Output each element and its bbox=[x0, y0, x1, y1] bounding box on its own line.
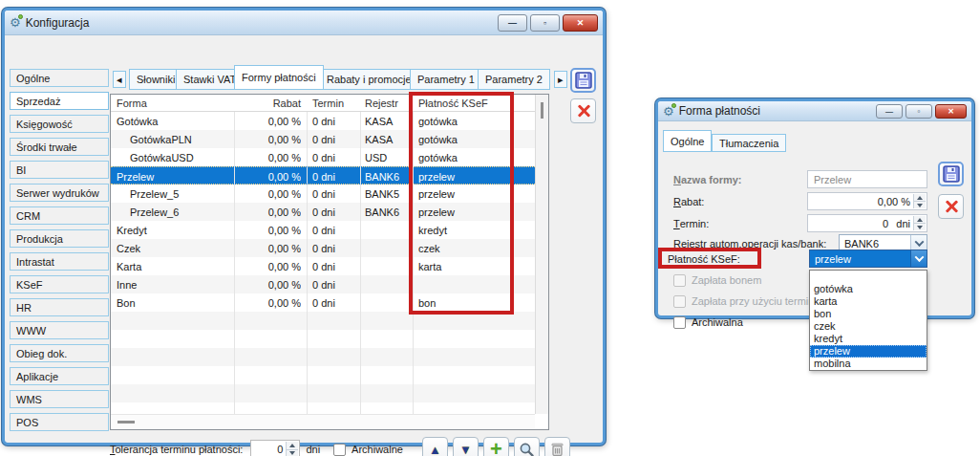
col-header-rabat[interactable]: Rabat bbox=[234, 95, 301, 112]
sidebar-item-ksef[interactable]: KSeF bbox=[10, 275, 109, 293]
cancel-button[interactable] bbox=[570, 98, 596, 123]
table-row-bon[interactable]: Bon 0,00 % 0 dni bon bbox=[111, 293, 535, 312]
cell-rejestr: USD bbox=[365, 148, 411, 166]
table-row-inne[interactable]: Inne 0,00 % 0 dni bbox=[111, 275, 535, 293]
col-header-platnosc-ksef[interactable]: Płatność KSeF bbox=[418, 95, 488, 112]
sidebar-item-ogolne[interactable]: Ogólne bbox=[10, 69, 109, 87]
tab-ogolne[interactable]: Ogólne bbox=[663, 130, 712, 152]
dropdown-option-empty[interactable] bbox=[810, 271, 927, 283]
sidebar-item-ksiegowosc[interactable]: Księgowość bbox=[10, 115, 109, 133]
table-row-gotowka-usd[interactable]: GotówkaUSD 0,00 % 0 dni USD gotówka bbox=[111, 148, 535, 166]
dropdown-option-karta[interactable]: karta bbox=[810, 295, 927, 308]
table-header[interactable]: Forma Rabat Termin Rejestr Płatność KSeF bbox=[111, 95, 535, 112]
expand-all-button[interactable]: ▼ bbox=[453, 437, 479, 456]
dropdown-option-mobilna[interactable]: mobilna bbox=[810, 358, 927, 370]
termin-spinner[interactable] bbox=[913, 216, 926, 230]
vertical-scrollbar-thumb[interactable] bbox=[541, 102, 543, 119]
horizontal-scrollbar[interactable] bbox=[111, 414, 535, 429]
ksef-combobox[interactable]: przelew bbox=[809, 250, 927, 268]
tab-formy-platnosci[interactable]: Formy płatności bbox=[234, 65, 324, 90]
dropdown-option-czek[interactable]: czek bbox=[810, 320, 927, 333]
tab-scroll-right-button[interactable]: ▸ bbox=[554, 71, 567, 88]
sidebar-item-hr[interactable]: HR bbox=[10, 298, 109, 316]
close-button[interactable]: ✕ bbox=[935, 104, 967, 119]
cell-ksef: przelew bbox=[418, 203, 531, 221]
table-row-karta[interactable]: Karta 0,00 % 0 dni karta bbox=[111, 257, 535, 275]
tab-parametry-1[interactable]: Parametry 1 bbox=[410, 69, 482, 90]
cancel-button[interactable] bbox=[938, 194, 964, 219]
floppy-icon bbox=[575, 72, 592, 89]
edit-button[interactable] bbox=[514, 437, 540, 456]
table-row-przelew-selected[interactable]: Przelew 0,00 % 0 dni BANK6 przelew bbox=[111, 166, 535, 185]
konfiguracja-title-bar[interactable]: ⚙ Konfiguracja — ▫ ✕ bbox=[5, 11, 603, 35]
sidebar-item-sprzedaz[interactable]: Sprzedaż bbox=[10, 92, 109, 110]
tab-scroll-left-button[interactable]: ◂ bbox=[113, 71, 126, 88]
sidebar-item-crm[interactable]: CRM bbox=[10, 206, 109, 225]
sidebar-item-intrastat[interactable]: Intrastat bbox=[10, 252, 109, 271]
cell-ksef: kredyt bbox=[418, 221, 531, 239]
cell-forma: Gotówka bbox=[117, 112, 231, 130]
close-button[interactable]: ✕ bbox=[563, 14, 598, 32]
cell-ksef: karta bbox=[418, 257, 531, 275]
maximize-button[interactable]: ▫ bbox=[530, 14, 560, 32]
archiwalna-checkbox[interactable] bbox=[673, 316, 686, 329]
sidebar-item-wms[interactable]: WMS bbox=[10, 390, 109, 408]
table-row-przelew-5[interactable]: Przelew_5 0,00 % 0 dni BANK5 przelew bbox=[111, 185, 535, 203]
tolerance-input[interactable]: 0 bbox=[250, 440, 300, 456]
save-button[interactable] bbox=[938, 162, 964, 186]
maximize-button[interactable]: ▫ bbox=[905, 104, 932, 119]
cell-termin: 0 dni bbox=[312, 185, 358, 203]
table-row-kredyt[interactable]: Kredyt 0,00 % 0 dni kredyt bbox=[111, 221, 535, 239]
cell-termin: 0 dni bbox=[312, 221, 358, 239]
dropdown-option-kredyt[interactable]: kredyt bbox=[810, 333, 927, 345]
table-row-przelew-6[interactable]: Przelew_6 0,00 % 0 dni BANK6 przelew bbox=[111, 203, 535, 221]
add-button[interactable]: + bbox=[483, 437, 509, 456]
sidebar-item-obieg-dok[interactable]: Obieg dok. bbox=[10, 344, 109, 362]
zaplata-terminal-checkbox[interactable] bbox=[673, 295, 686, 308]
name-label: Nazwa formy: bbox=[673, 170, 742, 188]
sidebar-item-aplikacje[interactable]: Aplikacje bbox=[10, 367, 109, 385]
chevron-down-icon[interactable] bbox=[910, 250, 927, 267]
cell-rejestr: KASA bbox=[365, 112, 411, 130]
sidebar-item-srodki-trwale[interactable]: Środki trwałe bbox=[10, 138, 109, 156]
sidebar-item-www[interactable]: WWW bbox=[10, 321, 109, 339]
termin-input[interactable]: 0 dni bbox=[807, 214, 927, 232]
table-row-czek[interactable]: Czek 0,00 % 0 dni czek bbox=[111, 239, 535, 257]
tab-tlumaczenia[interactable]: Tłumaczenia bbox=[712, 134, 786, 152]
rabat-spinner[interactable] bbox=[913, 194, 926, 208]
collapse-all-button[interactable]: ▲ bbox=[422, 437, 448, 456]
col-header-forma[interactable]: Forma bbox=[117, 95, 147, 112]
sidebar-item-bi[interactable]: BI bbox=[10, 161, 109, 179]
dropdown-option-gotowka[interactable]: gotówka bbox=[810, 283, 927, 295]
minimize-button[interactable]: — bbox=[498, 14, 527, 32]
table-row-gotowka-pln[interactable]: GotówkaPLN 0,00 % 0 dni KASA gotówka bbox=[111, 130, 535, 148]
table-row-gotowka[interactable]: Gotówka 0,00 % 0 dni KASA gotówka bbox=[111, 112, 535, 130]
dropdown-option-przelew-selected[interactable]: przelew bbox=[810, 345, 927, 358]
sidebar-item-pos[interactable]: POS bbox=[10, 413, 109, 431]
cell-rabat: 0,00 % bbox=[234, 203, 301, 221]
name-input[interactable]: Przelew bbox=[807, 170, 927, 188]
minimize-button[interactable]: — bbox=[876, 104, 903, 119]
rabat-input[interactable]: 0,00 % bbox=[807, 192, 927, 210]
forma-platnosci-title-bar[interactable]: ⚙ Forma płatności — ▫ ✕ bbox=[658, 101, 971, 121]
cell-forma: Przelew_6 bbox=[130, 203, 231, 221]
col-header-rejestr[interactable]: Rejestr bbox=[365, 95, 398, 112]
cell-rejestr: BANK5 bbox=[365, 185, 411, 203]
sidebar-item-serwer-wydrukow[interactable]: Serwer wydruków bbox=[10, 184, 109, 202]
arrow-up-icon: ▲ bbox=[429, 444, 441, 456]
tab-slowniki[interactable]: Słowniki bbox=[129, 69, 182, 90]
archiwalne-checkbox[interactable] bbox=[333, 444, 346, 456]
save-button[interactable] bbox=[570, 68, 596, 93]
horizontal-scrollbar-thumb[interactable] bbox=[117, 421, 135, 423]
sidebar-item-produkcja[interactable]: Produkcja bbox=[10, 229, 109, 248]
cell-rejestr bbox=[365, 239, 411, 257]
cell-forma: Przelew_5 bbox=[130, 185, 231, 203]
col-header-termin[interactable]: Termin bbox=[312, 95, 344, 112]
zaplata-bonem-checkbox[interactable] bbox=[673, 274, 686, 287]
dropdown-option-bon[interactable]: bon bbox=[810, 308, 927, 320]
delete-button-disabled[interactable] bbox=[544, 437, 570, 456]
tab-rabaty-i-promocje[interactable]: Rabaty i promocje bbox=[319, 69, 419, 90]
tab-parametry-2[interactable]: Parametry 2 bbox=[478, 69, 550, 90]
vertical-scrollbar[interactable] bbox=[535, 95, 548, 414]
tolerance-spinner[interactable] bbox=[286, 442, 298, 456]
